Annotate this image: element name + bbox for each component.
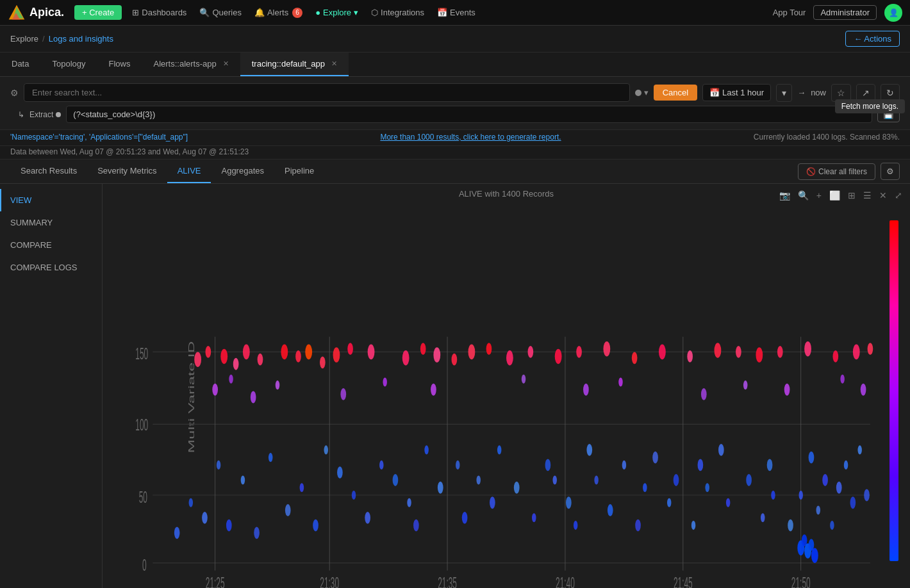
tab-data[interactable]: Data — [0, 53, 40, 76]
svg-point-57 — [804, 341, 811, 357]
svg-point-85 — [300, 483, 304, 492]
table-tool[interactable]: ☰ — [861, 189, 874, 202]
svg-point-111 — [622, 461, 626, 470]
svg-text:150: 150 — [135, 345, 148, 363]
sidebar-item-view[interactable]: VIEW — [0, 189, 102, 211]
svg-point-31 — [258, 354, 263, 366]
tab-alerts-app[interactable]: Alerts::alerts-app ✕ — [142, 53, 240, 76]
svg-text:21:25: 21:25 — [206, 574, 225, 588]
select-tool[interactable]: ⬜ — [827, 189, 843, 202]
svg-point-29 — [233, 358, 239, 370]
svg-point-81 — [241, 475, 245, 484]
svg-point-110 — [608, 504, 613, 516]
svg-point-136 — [864, 489, 870, 502]
actions-button[interactable]: ← Actions — [845, 31, 900, 47]
sidebar-item-summary[interactable]: SUMMARY — [0, 211, 102, 234]
svg-point-38 — [368, 345, 375, 360]
svg-point-34 — [305, 345, 312, 360]
result-tab-search[interactable]: Search Results — [10, 159, 87, 183]
camera-tool[interactable]: 📷 — [777, 189, 793, 202]
svg-point-55 — [756, 347, 763, 363]
svg-point-46 — [528, 346, 534, 358]
logo[interactable]: Apica. — [8, 4, 64, 22]
extract-label: Extract — [29, 110, 61, 119]
result-tab-aggregates[interactable]: Aggregates — [211, 159, 274, 183]
svg-point-75 — [861, 384, 866, 396]
search-mode-dropdown[interactable]: ▾ — [644, 88, 649, 97]
time-now: now — [811, 88, 826, 97]
svg-point-62 — [229, 375, 233, 384]
tab-alerts-app-close[interactable]: ✕ — [223, 60, 229, 68]
svg-point-82 — [254, 527, 260, 539]
clear-filters-button[interactable]: 🚫 Clear all filters — [798, 163, 875, 180]
date-picker[interactable]: 📅 Last 1 hour — [702, 84, 771, 101]
svg-point-99 — [476, 475, 480, 484]
sidebar-item-compare-logs[interactable]: COMPARE LOGS — [0, 256, 102, 279]
report-link[interactable]: More than 1000 results, click here to ge… — [380, 133, 561, 142]
search-input[interactable] — [24, 83, 630, 102]
svg-point-42 — [452, 354, 458, 366]
breadcrumb: Explore / Logs and insights — [10, 34, 113, 44]
nav-dashboards[interactable]: ⊞ Dashboards — [132, 8, 186, 17]
svg-point-116 — [674, 474, 679, 486]
svg-point-65 — [340, 388, 346, 400]
svg-text:21:40: 21:40 — [556, 574, 575, 588]
nav-items: ⊞ Dashboards 🔍 Queries 🔔 Alerts6 ● Explo… — [132, 8, 762, 18]
svg-point-135 — [857, 445, 861, 454]
svg-point-88 — [337, 466, 343, 478]
svg-point-90 — [365, 512, 370, 524]
nav-explore[interactable]: ● Explore ▾ — [315, 8, 358, 17]
svg-point-61 — [212, 384, 218, 396]
fetch-more-tooltip[interactable]: Fetch more logs. — [835, 99, 905, 113]
extract-input[interactable] — [66, 106, 872, 123]
nav-alerts[interactable]: 🔔 Alerts6 — [254, 8, 302, 18]
svg-point-67 — [431, 384, 436, 396]
tab-tracing-close[interactable]: ✕ — [331, 60, 337, 68]
date-picker-expand[interactable]: ▾ — [776, 84, 792, 102]
nav-right: App Tour Administrator 👤 — [773, 4, 902, 22]
nav-events[interactable]: 📅 Events — [437, 8, 476, 17]
result-tab-severity[interactable]: Severity Metrics — [87, 159, 167, 183]
svg-point-107 — [574, 521, 577, 530]
nav-integrations[interactable]: ⬡ Integrations — [371, 8, 424, 17]
breadcrumb-current: Logs and insights — [49, 34, 113, 44]
result-tab-alive[interactable]: ALIVE — [167, 159, 211, 183]
tab-tracing-default[interactable]: tracing::default_app ✕ — [240, 53, 349, 76]
administrator-button[interactable]: Administrator — [813, 5, 877, 20]
grid-tool[interactable]: ⊞ — [845, 189, 858, 202]
svg-point-117 — [691, 521, 695, 530]
svg-point-133 — [844, 461, 848, 470]
avatar[interactable]: 👤 — [884, 4, 902, 22]
date-info: Data between Wed, Aug 07 @ 20:51:23 and … — [0, 146, 910, 159]
svg-point-40 — [420, 343, 426, 355]
result-tabs: Search Results Severity Metrics ALIVE Ag… — [0, 159, 910, 184]
svg-point-76 — [174, 527, 180, 539]
svg-point-60 — [868, 343, 873, 355]
svg-point-122 — [746, 474, 752, 486]
plus-tool[interactable]: + — [814, 189, 824, 202]
create-button[interactable]: + Create — [74, 5, 122, 20]
nav-queries[interactable]: 🔍 Queries — [199, 8, 242, 17]
scatter-plot[interactable]: Multi Variate ID 0 50 100 150 21: — [108, 201, 905, 588]
zoom-tool[interactable]: 🔍 — [795, 189, 811, 202]
svg-point-114 — [652, 452, 658, 464]
breadcrumb-home[interactable]: Explore — [10, 34, 38, 44]
filter-icon: 🚫 — [806, 167, 816, 176]
app-tour-button[interactable]: App Tour — [773, 8, 806, 17]
chart-area: 📷 🔍 + ⬜ ⊞ ☰ ✕ ⤢ ALIVE with 1400 Records … — [103, 184, 910, 588]
cancel-button[interactable]: Cancel — [654, 85, 697, 101]
tab-topology[interactable]: Topology — [40, 53, 97, 76]
svg-point-68 — [522, 375, 525, 384]
search-area: ⚙ ▾ Cancel 📅 Last 1 hour ▾ → now ☆ ↗ ↻ ↳… — [0, 77, 910, 130]
breadcrumb-separator: / — [42, 34, 45, 44]
result-tab-pipeline[interactable]: Pipeline — [274, 159, 324, 183]
tab-flows[interactable]: Flows — [97, 53, 142, 76]
svg-point-49 — [603, 341, 610, 357]
svg-point-52 — [687, 350, 693, 363]
close-tool[interactable]: ✕ — [877, 189, 889, 202]
svg-point-105 — [552, 475, 556, 484]
svg-point-96 — [438, 482, 443, 494]
sidebar-item-compare[interactable]: COMPARE — [0, 234, 102, 256]
chart-settings-button[interactable]: ⚙ — [881, 163, 900, 180]
expand-tool[interactable]: ⤢ — [892, 189, 905, 202]
